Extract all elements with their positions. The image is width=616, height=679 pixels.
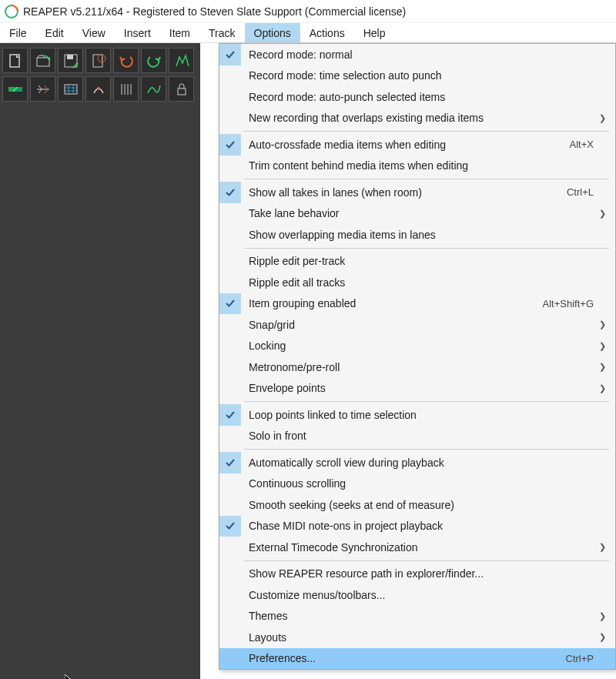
accelerator-label: Alt+X [570, 139, 597, 150]
open-project-button[interactable] [30, 48, 55, 73]
submenu-arrow-icon: ❯ [597, 341, 608, 351]
grid-icon [118, 81, 135, 98]
options-chase-midi-note-ons-in-project-playback[interactable]: Chase MIDI note-ons in project playback [219, 516, 615, 537]
menu-file[interactable]: File [0, 23, 36, 42]
options-continuous-scrolling[interactable]: Continuous scrolling [219, 473, 615, 495]
menu-item-label: Continuous scrolling [241, 477, 597, 490]
menu-item-label: Show all takes in lanes (when room) [241, 186, 567, 199]
new-project-icon [7, 52, 24, 69]
menu-item-label: Preferences... [241, 652, 566, 664]
options-automatically-scroll-view-during-playbac[interactable]: Automatically scroll view during playbac… [219, 452, 615, 473]
options-show-all-takes-in-lanes-when-room[interactable]: Show all takes in lanes (when room)Ctrl+… [219, 182, 615, 203]
options-show-overlapping-media-items-in-lanes[interactable]: Show overlapping media items in lanes [219, 224, 615, 246]
grid-button[interactable] [113, 76, 139, 102]
accelerator-label: Ctrl+P [566, 653, 597, 664]
options-ripple-edit-per-track[interactable]: Ripple edit per-track [219, 251, 615, 273]
menu-insert[interactable]: Insert [115, 23, 160, 42]
options-auto-crossfade-media-items-when-editing[interactable]: Auto-crossfade media items when editingA… [219, 134, 615, 156]
lock-button[interactable] [169, 76, 194, 102]
svg-rect-9 [15, 87, 22, 92]
menu-separator [244, 131, 609, 132]
menu-item-label: Record mode: time selection auto punch [241, 69, 597, 82]
menu-separator [244, 560, 609, 561]
menu-item-label: Envelope points [241, 382, 597, 394]
open-project-icon [35, 52, 52, 69]
options-new-recording-that-overlaps-existing-med[interactable]: New recording that overlaps existing med… [219, 108, 615, 129]
options-record-mode-auto-punch-selected-items[interactable]: Record mode: auto-punch selected items [219, 86, 615, 108]
options-dropdown-menu: Record mode: normalRecord mode: time sel… [219, 43, 616, 670]
envelope-button[interactable] [141, 76, 166, 102]
menu-item-label: Show REAPER resource path in explorer/fi… [241, 567, 597, 580]
options-locking[interactable]: Locking❯ [219, 336, 615, 357]
options-trim-content-behind-media-items-when-edi[interactable]: Trim content behind media items when edi… [219, 156, 615, 177]
auto-crossfade-button[interactable] [2, 76, 28, 102]
options-envelope-points[interactable]: Envelope points❯ [219, 378, 615, 400]
main-menubar: FileEditViewInsertItemTrackOptionsAction… [0, 23, 616, 43]
options-smooth-seeking-seeks-at-end-of-measure[interactable]: Smooth seeking (seeks at end of measure) [219, 494, 615, 516]
mixer-icon [173, 52, 190, 69]
menu-track[interactable]: Track [199, 23, 244, 42]
check-icon [219, 452, 241, 473]
new-project-button[interactable] [2, 48, 28, 73]
project-settings-button[interactable]: i [85, 48, 111, 73]
menu-item-label: Solo in front [241, 430, 597, 442]
save-project-button[interactable] [58, 48, 83, 73]
options-item-grouping-enabled[interactable]: Item grouping enabledAlt+Shift+G [219, 293, 615, 315]
project-settings-icon: i [90, 52, 107, 69]
options-preferences[interactable]: Preferences...Ctrl+P [219, 648, 615, 670]
options-snap-grid[interactable]: Snap/grid❯ [219, 314, 615, 336]
undo-button[interactable] [113, 48, 139, 73]
menu-item-label: Customize menus/toolbars... [241, 589, 597, 601]
options-show-reaper-resource-path-in-explorer-fi[interactable]: Show REAPER resource path in explorer/fi… [219, 564, 615, 585]
options-themes[interactable]: Themes❯ [219, 606, 615, 627]
submenu-arrow-icon: ❯ [597, 383, 608, 393]
menu-item-label: Trim content behind media items when edi… [241, 159, 597, 172]
menu-actions[interactable]: Actions [300, 23, 354, 42]
lock-icon [173, 81, 190, 98]
menu-options[interactable]: Options [245, 23, 300, 42]
menu-separator [244, 449, 609, 450]
menu-item-label: Ripple edit all tracks [241, 276, 597, 289]
options-metronome-pre-roll[interactable]: Metronome/pre-roll❯ [219, 356, 615, 378]
ripple-edit-icon [35, 81, 52, 98]
options-take-lane-behavior[interactable]: Take lane behavior❯ [219, 203, 615, 225]
submenu-arrow-icon: ❯ [597, 319, 608, 329]
menu-item[interactable]: Item [160, 23, 199, 42]
options-layouts[interactable]: Layouts❯ [219, 627, 615, 648]
svg-rect-8 [8, 87, 15, 92]
menu-item-label: Metronome/pre-roll [241, 361, 597, 373]
check-icon [219, 182, 241, 203]
menu-item-label: Automatically scroll view during playbac… [241, 457, 597, 469]
options-external-timecode-synchronization[interactable]: External Timecode Synchronization❯ [219, 537, 615, 558]
redo-button[interactable] [141, 48, 166, 73]
options-record-mode-normal[interactable]: Record mode: normal [219, 44, 615, 65]
menu-edit[interactable]: Edit [36, 23, 73, 42]
submenu-arrow-icon: ❯ [597, 611, 608, 621]
menu-item-label: External Timecode Synchronization [241, 541, 597, 554]
menu-help[interactable]: Help [354, 23, 395, 42]
menu-item-label: Record mode: auto-punch selected items [241, 91, 597, 103]
options-loop-points-linked-to-time-selection[interactable]: Loop points linked to time selection [219, 404, 615, 426]
options-customize-menus-toolbars[interactable]: Customize menus/toolbars... [219, 584, 615, 606]
undo-icon [118, 52, 135, 69]
svg-rect-10 [65, 85, 77, 94]
snap-icon [90, 81, 107, 98]
menu-item-label: Layouts [241, 631, 597, 644]
menu-item-label: Item grouping enabled [241, 297, 543, 309]
grid-lines-button[interactable] [58, 76, 83, 102]
options-record-mode-time-selection-auto-punch[interactable]: Record mode: time selection auto punch [219, 65, 615, 87]
options-ripple-edit-all-tracks[interactable]: Ripple edit all tracks [219, 272, 615, 293]
menu-item-label: Record mode: normal [241, 48, 597, 61]
accelerator-label: Alt+Shift+G [543, 298, 597, 309]
menu-item-label: Auto-crossfade media items when editing [241, 139, 570, 151]
svg-rect-12 [178, 89, 186, 95]
snap-button[interactable] [85, 76, 111, 102]
menu-view[interactable]: View [73, 23, 115, 42]
auto-crossfade-icon [7, 81, 24, 98]
mixer-button[interactable] [169, 48, 194, 73]
ripple-edit-button[interactable] [30, 76, 55, 102]
menu-item-label: Locking [241, 340, 597, 352]
submenu-arrow-icon: ❯ [597, 632, 608, 642]
menu-item-label: Show overlapping media items in lanes [241, 229, 597, 241]
options-solo-in-front[interactable]: Solo in front [219, 426, 615, 447]
